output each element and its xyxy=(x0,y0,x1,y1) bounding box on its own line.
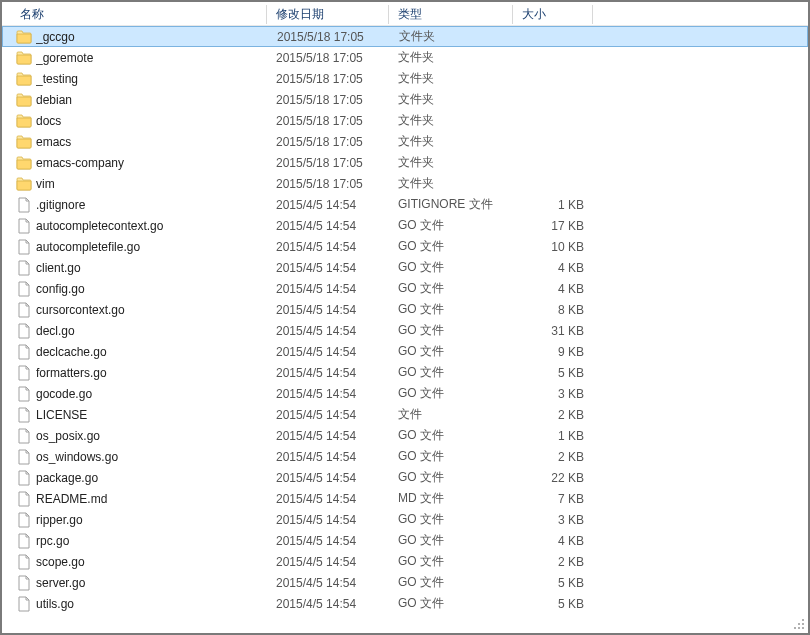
list-item[interactable]: emacs2015/5/18 17:05文件夹 xyxy=(2,131,808,152)
item-size: 22 KB xyxy=(514,471,594,485)
item-name: autocompletefile.go xyxy=(36,240,140,254)
item-size: 31 KB xyxy=(514,324,594,338)
file-icon xyxy=(16,323,32,339)
folder-icon xyxy=(16,113,32,129)
list-item[interactable]: declcache.go2015/4/5 14:54GO 文件9 KB xyxy=(2,341,808,362)
file-list: _gccgo2015/5/18 17:05文件夹_goremote2015/5/… xyxy=(2,26,808,614)
svg-rect-0 xyxy=(802,619,804,621)
list-item[interactable]: .gitignore2015/4/5 14:54GITIGNORE 文件1 KB xyxy=(2,194,808,215)
item-name: scope.go xyxy=(36,555,85,569)
list-item[interactable]: rpc.go2015/4/5 14:54GO 文件4 KB xyxy=(2,530,808,551)
item-date: 2015/4/5 14:54 xyxy=(268,261,390,275)
item-name: autocompletecontext.go xyxy=(36,219,163,233)
item-date: 2015/5/18 17:05 xyxy=(269,30,391,44)
list-item[interactable]: autocompletefile.go2015/4/5 14:54GO 文件10… xyxy=(2,236,808,257)
column-header-name[interactable]: 名称 xyxy=(2,2,268,27)
list-item[interactable]: docs2015/5/18 17:05文件夹 xyxy=(2,110,808,131)
item-date: 2015/4/5 14:54 xyxy=(268,555,390,569)
item-size: 1 KB xyxy=(514,198,594,212)
list-item[interactable]: formatters.go2015/4/5 14:54GO 文件5 KB xyxy=(2,362,808,383)
item-type: GO 文件 xyxy=(390,322,514,339)
item-name: server.go xyxy=(36,576,85,590)
list-item[interactable]: _testing2015/5/18 17:05文件夹 xyxy=(2,68,808,89)
item-size: 2 KB xyxy=(514,408,594,422)
folder-icon xyxy=(16,176,32,192)
item-size: 5 KB xyxy=(514,597,594,611)
item-name: os_windows.go xyxy=(36,450,118,464)
list-item[interactable]: os_posix.go2015/4/5 14:54GO 文件1 KB xyxy=(2,425,808,446)
folder-icon xyxy=(16,29,32,45)
item-name: emacs-company xyxy=(36,156,124,170)
file-icon xyxy=(16,512,32,528)
list-item[interactable]: debian2015/5/18 17:05文件夹 xyxy=(2,89,808,110)
item-date: 2015/5/18 17:05 xyxy=(268,72,390,86)
file-icon xyxy=(16,344,32,360)
list-item[interactable]: vim2015/5/18 17:05文件夹 xyxy=(2,173,808,194)
item-date: 2015/4/5 14:54 xyxy=(268,429,390,443)
item-type: GO 文件 xyxy=(390,532,514,549)
list-item[interactable]: autocompletecontext.go2015/4/5 14:54GO 文… xyxy=(2,215,808,236)
resize-grip-icon xyxy=(792,617,806,631)
list-item[interactable]: README.md2015/4/5 14:54MD 文件7 KB xyxy=(2,488,808,509)
file-icon xyxy=(16,554,32,570)
list-item[interactable]: gocode.go2015/4/5 14:54GO 文件3 KB xyxy=(2,383,808,404)
list-item[interactable]: scope.go2015/4/5 14:54GO 文件2 KB xyxy=(2,551,808,572)
item-name: _gccgo xyxy=(36,30,75,44)
item-date: 2015/4/5 14:54 xyxy=(268,303,390,317)
item-name: docs xyxy=(36,114,61,128)
list-item[interactable]: os_windows.go2015/4/5 14:54GO 文件2 KB xyxy=(2,446,808,467)
column-header-size[interactable]: 大小 xyxy=(514,2,594,27)
svg-rect-1 xyxy=(798,623,800,625)
list-item[interactable]: server.go2015/4/5 14:54GO 文件5 KB xyxy=(2,572,808,593)
item-type: GO 文件 xyxy=(390,343,514,360)
file-icon xyxy=(16,428,32,444)
item-type: MD 文件 xyxy=(390,490,514,507)
list-item[interactable]: utils.go2015/4/5 14:54GO 文件5 KB xyxy=(2,593,808,614)
item-size: 7 KB xyxy=(514,492,594,506)
list-item[interactable]: _gccgo2015/5/18 17:05文件夹 xyxy=(2,26,808,47)
item-name: emacs xyxy=(36,135,71,149)
folder-icon xyxy=(16,92,32,108)
item-name: client.go xyxy=(36,261,81,275)
list-item[interactable]: decl.go2015/4/5 14:54GO 文件31 KB xyxy=(2,320,808,341)
list-item[interactable]: package.go2015/4/5 14:54GO 文件22 KB xyxy=(2,467,808,488)
item-type: GO 文件 xyxy=(390,469,514,486)
item-date: 2015/5/18 17:05 xyxy=(268,156,390,170)
item-date: 2015/5/18 17:05 xyxy=(268,93,390,107)
item-type: GO 文件 xyxy=(390,301,514,318)
item-name: debian xyxy=(36,93,72,107)
list-item[interactable]: LICENSE2015/4/5 14:54文件2 KB xyxy=(2,404,808,425)
file-icon xyxy=(16,239,32,255)
column-header-type[interactable]: 类型 xyxy=(390,2,514,27)
item-date: 2015/4/5 14:54 xyxy=(268,324,390,338)
column-header-date[interactable]: 修改日期 xyxy=(268,2,390,27)
list-item[interactable]: _goremote2015/5/18 17:05文件夹 xyxy=(2,47,808,68)
item-name: _goremote xyxy=(36,51,93,65)
list-item[interactable]: cursorcontext.go2015/4/5 14:54GO 文件8 KB xyxy=(2,299,808,320)
item-type: 文件夹 xyxy=(390,133,514,150)
file-icon xyxy=(16,386,32,402)
folder-icon xyxy=(16,155,32,171)
item-date: 2015/4/5 14:54 xyxy=(268,240,390,254)
item-date: 2015/5/18 17:05 xyxy=(268,135,390,149)
item-name: vim xyxy=(36,177,55,191)
list-item[interactable]: client.go2015/4/5 14:54GO 文件4 KB xyxy=(2,257,808,278)
item-type: GITIGNORE 文件 xyxy=(390,196,514,213)
item-date: 2015/5/18 17:05 xyxy=(268,51,390,65)
file-icon xyxy=(16,449,32,465)
item-type: GO 文件 xyxy=(390,259,514,276)
file-icon xyxy=(16,281,32,297)
file-icon xyxy=(16,407,32,423)
item-name: decl.go xyxy=(36,324,75,338)
list-item[interactable]: ripper.go2015/4/5 14:54GO 文件3 KB xyxy=(2,509,808,530)
list-item[interactable]: config.go2015/4/5 14:54GO 文件4 KB xyxy=(2,278,808,299)
item-name: config.go xyxy=(36,282,85,296)
file-icon xyxy=(16,575,32,591)
item-size: 5 KB xyxy=(514,366,594,380)
list-item[interactable]: emacs-company2015/5/18 17:05文件夹 xyxy=(2,152,808,173)
item-size: 5 KB xyxy=(514,576,594,590)
item-type: 文件夹 xyxy=(390,112,514,129)
item-date: 2015/4/5 14:54 xyxy=(268,282,390,296)
item-type: 文件夹 xyxy=(390,154,514,171)
item-type: GO 文件 xyxy=(390,511,514,528)
